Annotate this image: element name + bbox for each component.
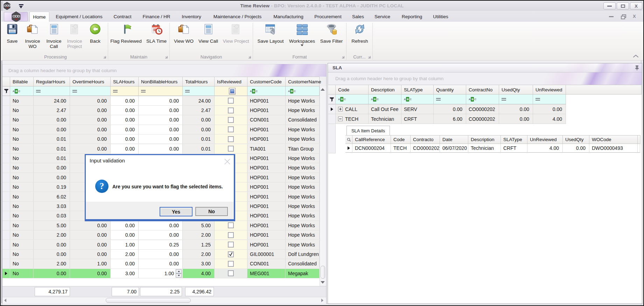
svg-text:?: ?: [100, 181, 104, 191]
